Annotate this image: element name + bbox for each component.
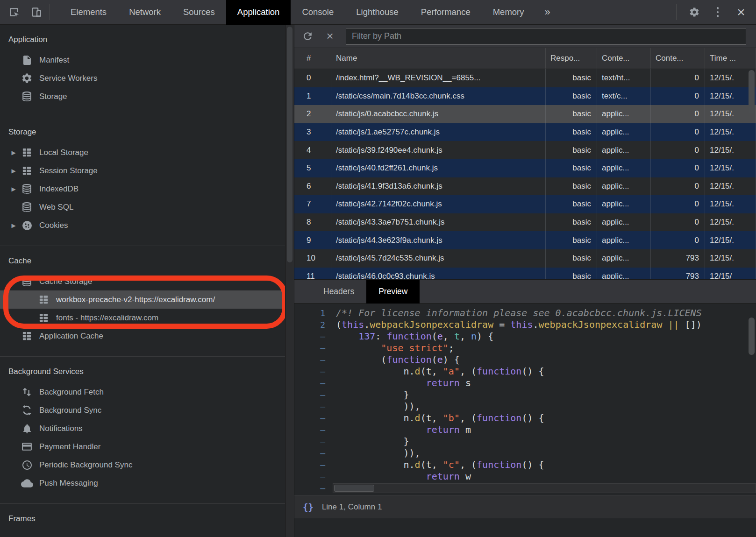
device-toolbar-icon[interactable] <box>27 3 46 21</box>
database-icon <box>21 90 33 103</box>
sidebar-item-workbox-precache-v2-https-excalidraw-com[interactable]: workbox-precache-v2-https://excalidraw.c… <box>0 290 285 309</box>
sidebar-item-storage[interactable]: Storage <box>0 87 285 106</box>
column-header-respo[interactable]: Respo... <box>546 48 597 69</box>
sidebar-item-web-sql[interactable]: Web SQL <box>0 198 285 216</box>
chevron-down-icon[interactable]: ▼ <box>7 278 21 285</box>
tab-elements[interactable]: Elements <box>59 0 118 25</box>
table-row[interactable]: 3/static/js/1.ae52757c.chunk.jsbasicappl… <box>294 123 756 141</box>
table-cell: 793 <box>651 268 705 279</box>
column-header-time[interactable]: Time ... <box>705 48 756 69</box>
table-row[interactable]: 2/static/js/0.acabcbcc.chunk.jsbasicappl… <box>294 105 756 123</box>
table-cell: /static/css/main.7d14b3cc.chunk.css <box>331 87 546 106</box>
tab-network[interactable]: Network <box>118 0 172 25</box>
more-tabs-chevron-icon[interactable]: » <box>535 6 560 18</box>
sidebar-item-periodic-background-sync[interactable]: Periodic Background Sync <box>0 456 285 474</box>
chevron-right-icon[interactable]: ▶ <box>7 186 21 192</box>
table-row[interactable]: 0/index.html?__WB_REVISION__=6855...basi… <box>294 69 756 87</box>
table-cell: /static/js/39.f2490ee4.chunk.js <box>331 141 546 159</box>
sidebar-item-manifest[interactable]: Manifest <box>0 51 285 69</box>
code-vertical-scrollbar-thumb[interactable] <box>749 318 755 355</box>
kebab-menu-icon[interactable] <box>708 3 727 21</box>
table-cell: basic <box>546 69 597 87</box>
table-cell: applic... <box>597 213 651 232</box>
table-cell: text/c... <box>597 87 651 106</box>
sidebar-scrollbar[interactable] <box>285 25 294 537</box>
table-cell: basic <box>546 249 597 268</box>
sidebar-item-payment-handler[interactable]: Payment Handler <box>0 438 285 456</box>
tab-console[interactable]: Console <box>291 0 345 25</box>
chevron-right-icon[interactable]: ▶ <box>7 168 21 174</box>
table-cell: 5 <box>294 159 331 177</box>
sidebar-item-application-cache[interactable]: Application Cache <box>0 327 285 345</box>
tab-application[interactable]: Application <box>226 0 291 25</box>
table-row[interactable]: 11/static/js/46.0c0c93.chunk.jsbasicappl… <box>294 268 756 279</box>
code-text: )), <box>332 447 421 459</box>
tab-preview[interactable]: Preview <box>366 280 420 304</box>
table-cell: applic... <box>597 159 651 177</box>
table-row[interactable]: 1/static/css/main.7d14b3cc.chunk.cssbasi… <box>294 87 756 106</box>
table-row[interactable]: 7/static/js/42.7142f02c.chunk.jsbasicapp… <box>294 195 756 213</box>
table-row[interactable]: 6/static/js/41.9f3d13a6.chunk.jsbasicapp… <box>294 177 756 196</box>
code-horizontal-scrollbar[interactable] <box>333 483 756 493</box>
table-cell: 0 <box>294 69 331 87</box>
column-header-conte[interactable]: Conte... <box>597 48 651 69</box>
sidebar-section-cache: Cache▼Cache Storageworkbox-precache-v2-h… <box>0 246 285 356</box>
sidebar-item-notifications[interactable]: Notifications <box>0 419 285 438</box>
sidebar-section-background-services: Background ServicesBackground FetchBackg… <box>0 356 285 503</box>
table-row[interactable]: 4/static/js/39.f2490ee4.chunk.jsbasicapp… <box>294 141 756 159</box>
table-cell: basic <box>546 268 597 279</box>
filter-by-path-input[interactable] <box>346 28 746 45</box>
sidebar-item-background-fetch[interactable]: Background Fetch <box>0 383 285 401</box>
sidebar-item-label: Background Sync <box>39 406 101 415</box>
column-header-[interactable]: # <box>294 48 331 69</box>
table-row[interactable]: 10/static/js/45.7d24c535.chunk.jsbasicap… <box>294 249 756 268</box>
database-icon <box>21 275 33 288</box>
clear-icon[interactable]: × <box>321 27 339 46</box>
preview-statusbar: {} Line 1, Column 1 <box>294 495 756 518</box>
tab-sources[interactable]: Sources <box>172 0 226 25</box>
sidebar-item-background-sync[interactable]: Background Sync <box>0 401 285 419</box>
cache-toolbar: × <box>294 25 756 48</box>
tab-lighthouse[interactable]: Lighthouse <box>345 0 410 25</box>
code-text: return w <box>332 471 471 482</box>
code-preview[interactable]: 1/*! For license information please see … <box>294 304 756 495</box>
code-hscroll-thumb[interactable] <box>334 485 374 492</box>
curly-braces-icon[interactable]: {} <box>303 502 314 512</box>
table-cell: basic <box>546 87 597 106</box>
sidebar-section-application: ApplicationManifestService WorkersStorag… <box>0 25 285 117</box>
line-number: – <box>294 482 332 494</box>
sidebar-scrollbar-thumb[interactable] <box>287 27 292 262</box>
settings-gear-icon[interactable] <box>685 3 704 21</box>
grid-icon <box>21 146 33 159</box>
sidebar-item-fonts-https-excalidraw-com[interactable]: fonts - https://excalidraw.com <box>0 309 285 327</box>
sidebar-item-session-storage[interactable]: ▶Session Storage <box>0 162 285 180</box>
tab-memory[interactable]: Memory <box>482 0 535 25</box>
sidebar-item-local-storage[interactable]: ▶Local Storage <box>0 143 285 162</box>
section-title: Application <box>0 29 285 51</box>
sidebar-section-storage: Storage▶Local Storage▶Session Storage▶In… <box>0 117 285 246</box>
sidebar-item-indexeddb[interactable]: ▶IndexedDB <box>0 180 285 198</box>
table-scrollbar-thumb[interactable] <box>749 70 755 113</box>
table-row[interactable]: 8/static/js/43.3ae7b751.chunk.jsbasicapp… <box>294 213 756 232</box>
line-number: – <box>294 471 332 482</box>
column-header-conte[interactable]: Conte... <box>651 48 705 69</box>
chevron-right-icon[interactable]: ▶ <box>7 149 21 156</box>
tab-headers[interactable]: Headers <box>311 280 366 304</box>
close-icon[interactable]: × <box>732 3 750 21</box>
inspect-icon[interactable] <box>5 3 23 21</box>
table-row[interactable]: 9/static/js/44.3e623f9a.chunk.jsbasicapp… <box>294 231 756 249</box>
refresh-icon[interactable] <box>298 27 317 46</box>
tab-performance[interactable]: Performance <box>410 0 482 25</box>
column-header-name[interactable]: Name <box>331 48 546 69</box>
sidebar-item-cookies[interactable]: ▶Cookies <box>0 216 285 234</box>
code-line: 2(this.webpackJsonpexcalidraw = this.web… <box>294 319 756 331</box>
sidebar-item-label: IndexedDB <box>39 184 78 194</box>
sidebar-item-cache-storage[interactable]: ▼Cache Storage <box>0 272 285 290</box>
sidebar-item-service-workers[interactable]: Service Workers <box>0 69 285 87</box>
code-line: – return s <box>294 377 756 389</box>
chevron-right-icon[interactable]: ▶ <box>7 222 21 229</box>
sidebar-item-push-messaging[interactable]: Push Messaging <box>0 474 285 492</box>
grid-icon <box>21 164 33 177</box>
table-row[interactable]: 5/static/js/40.fd2ff261.chunk.jsbasicapp… <box>294 159 756 177</box>
sidebar-item-label: Storage <box>39 92 67 101</box>
